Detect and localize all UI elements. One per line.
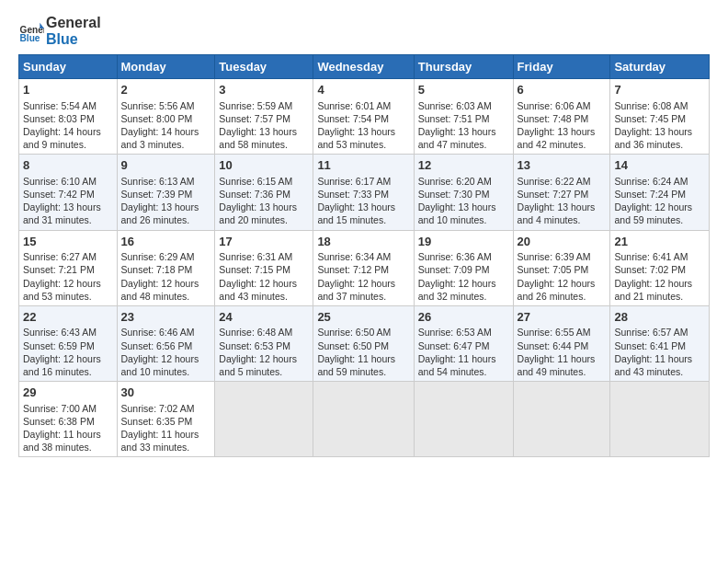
col-header-sunday: Sunday [19,55,118,79]
calendar-cell: 28Sunrise: 6:57 AM Sunset: 6:41 PM Dayli… [610,305,710,381]
calendar-cell: 19Sunrise: 6:36 AM Sunset: 7:09 PM Dayli… [414,230,513,305]
calendar-cell: 10Sunrise: 6:15 AM Sunset: 7:36 PM Dayli… [215,155,313,230]
day-info: Sunrise: 6:10 AM Sunset: 7:42 PM Dayligh… [23,175,113,227]
col-header-tuesday: Tuesday [215,55,313,79]
col-header-friday: Friday [513,55,610,79]
day-number: 12 [418,157,509,174]
day-number: 15 [23,234,113,250]
calendar-body: 1Sunrise: 5:54 AM Sunset: 8:03 PM Daylig… [19,79,710,457]
calendar-cell: 24Sunrise: 6:48 AM Sunset: 6:53 PM Dayli… [215,305,313,381]
day-number: 7 [614,82,705,98]
day-number: 4 [317,82,409,98]
calendar-cell: 9Sunrise: 6:13 AM Sunset: 7:39 PM Daylig… [117,155,215,230]
day-number: 1 [23,82,113,98]
logo-general: General [46,15,101,31]
day-info: Sunrise: 6:01 AM Sunset: 7:54 PM Dayligh… [317,99,409,152]
day-info: Sunrise: 6:39 AM Sunset: 7:05 PM Dayligh… [518,250,607,303]
day-info: Sunrise: 6:48 AM Sunset: 6:53 PM Dayligh… [219,326,309,378]
calendar-cell: 3Sunrise: 5:59 AM Sunset: 7:57 PM Daylig… [215,79,313,155]
calendar-cell: 7Sunrise: 6:08 AM Sunset: 7:45 PM Daylig… [610,79,710,155]
day-info: Sunrise: 6:17 AM Sunset: 7:33 PM Dayligh… [317,175,409,227]
calendar-cell: 30Sunrise: 7:02 AM Sunset: 6:35 PM Dayli… [117,382,215,457]
day-number: 3 [219,82,309,98]
calendar-cell: 4Sunrise: 6:01 AM Sunset: 7:54 PM Daylig… [313,79,414,155]
calendar-cell: 15Sunrise: 6:27 AM Sunset: 7:21 PM Dayli… [19,230,118,305]
day-info: Sunrise: 5:56 AM Sunset: 8:00 PM Dayligh… [121,99,211,152]
calendar-cell: 20Sunrise: 6:39 AM Sunset: 7:05 PM Dayli… [513,230,610,305]
calendar-cell: 22Sunrise: 6:43 AM Sunset: 6:59 PM Dayli… [19,305,118,381]
week-row-1: 1Sunrise: 5:54 AM Sunset: 8:03 PM Daylig… [19,79,710,155]
calendar-cell [610,382,710,457]
calendar-cell: 26Sunrise: 6:53 AM Sunset: 6:47 PM Dayli… [414,305,513,381]
day-number: 14 [614,157,705,174]
week-row-3: 15Sunrise: 6:27 AM Sunset: 7:21 PM Dayli… [19,230,710,305]
day-number: 22 [23,309,113,326]
day-info: Sunrise: 6:03 AM Sunset: 7:51 PM Dayligh… [418,99,509,152]
calendar-cell: 23Sunrise: 6:46 AM Sunset: 6:56 PM Dayli… [117,305,215,381]
logo-blue: Blue [46,31,101,48]
day-number: 8 [23,157,113,174]
day-number: 25 [317,309,409,326]
column-headers: SundayMondayTuesdayWednesdayThursdayFrid… [19,55,710,79]
day-info: Sunrise: 6:24 AM Sunset: 7:24 PM Dayligh… [614,175,705,227]
calendar-cell: 16Sunrise: 6:29 AM Sunset: 7:18 PM Dayli… [117,230,215,305]
day-number: 5 [418,82,509,98]
day-info: Sunrise: 6:22 AM Sunset: 7:27 PM Dayligh… [518,175,607,227]
day-info: Sunrise: 7:02 AM Sunset: 6:35 PM Dayligh… [121,402,211,454]
day-number: 30 [121,385,211,401]
day-number: 16 [121,234,211,250]
day-number: 2 [121,82,211,98]
day-info: Sunrise: 7:00 AM Sunset: 6:38 PM Dayligh… [23,402,113,454]
day-info: Sunrise: 6:36 AM Sunset: 7:09 PM Dayligh… [418,250,509,303]
calendar-cell: 27Sunrise: 6:55 AM Sunset: 6:44 PM Dayli… [513,305,610,381]
week-row-5: 29Sunrise: 7:00 AM Sunset: 6:38 PM Dayli… [19,382,710,457]
calendar-cell [313,382,414,457]
day-info: Sunrise: 6:13 AM Sunset: 7:39 PM Dayligh… [121,175,211,227]
day-info: Sunrise: 6:55 AM Sunset: 6:44 PM Dayligh… [518,326,607,378]
day-info: Sunrise: 6:46 AM Sunset: 6:56 PM Dayligh… [121,326,211,378]
page: General Blue General Blue SundayMondayTu… [0,0,728,563]
day-info: Sunrise: 6:29 AM Sunset: 7:18 PM Dayligh… [121,250,211,303]
day-info: Sunrise: 6:15 AM Sunset: 7:36 PM Dayligh… [219,175,309,227]
day-info: Sunrise: 6:20 AM Sunset: 7:30 PM Dayligh… [418,175,509,227]
day-info: Sunrise: 6:57 AM Sunset: 6:41 PM Dayligh… [614,326,705,378]
day-number: 10 [219,157,309,174]
calendar-cell [414,382,513,457]
calendar-cell: 5Sunrise: 6:03 AM Sunset: 7:51 PM Daylig… [414,79,513,155]
day-number: 26 [418,309,509,326]
day-info: Sunrise: 5:59 AM Sunset: 7:57 PM Dayligh… [219,99,309,152]
day-number: 9 [121,157,211,174]
calendar-cell: 21Sunrise: 6:41 AM Sunset: 7:02 PM Dayli… [610,230,710,305]
col-header-saturday: Saturday [610,55,710,79]
calendar-cell: 2Sunrise: 5:56 AM Sunset: 8:00 PM Daylig… [117,79,215,155]
calendar-cell: 18Sunrise: 6:34 AM Sunset: 7:12 PM Dayli… [313,230,414,305]
day-number: 21 [614,234,705,250]
day-info: Sunrise: 6:41 AM Sunset: 7:02 PM Dayligh… [614,250,705,303]
day-info: Sunrise: 6:06 AM Sunset: 7:48 PM Dayligh… [518,99,607,152]
svg-text:Blue: Blue [20,32,40,42]
day-info: Sunrise: 6:27 AM Sunset: 7:21 PM Dayligh… [23,250,113,303]
calendar-cell: 6Sunrise: 6:06 AM Sunset: 7:48 PM Daylig… [513,79,610,155]
day-info: Sunrise: 6:31 AM Sunset: 7:15 PM Dayligh… [219,250,309,303]
day-number: 6 [518,82,607,98]
day-number: 27 [518,309,607,326]
day-number: 17 [219,234,309,250]
calendar-cell: 12Sunrise: 6:20 AM Sunset: 7:30 PM Dayli… [414,155,513,230]
calendar-cell: 29Sunrise: 7:00 AM Sunset: 6:38 PM Dayli… [19,382,118,457]
week-row-2: 8Sunrise: 6:10 AM Sunset: 7:42 PM Daylig… [19,155,710,230]
day-info: Sunrise: 5:54 AM Sunset: 8:03 PM Dayligh… [23,99,113,152]
day-number: 28 [614,309,705,326]
day-number: 19 [418,234,509,250]
day-info: Sunrise: 6:53 AM Sunset: 6:47 PM Dayligh… [418,326,509,378]
calendar-cell [215,382,313,457]
logo: General Blue General Blue [18,15,101,47]
day-number: 18 [317,234,409,250]
day-info: Sunrise: 6:34 AM Sunset: 7:12 PM Dayligh… [317,250,409,303]
calendar-cell: 11Sunrise: 6:17 AM Sunset: 7:33 PM Dayli… [313,155,414,230]
week-row-4: 22Sunrise: 6:43 AM Sunset: 6:59 PM Dayli… [19,305,710,381]
day-number: 29 [23,385,113,401]
calendar-cell: 14Sunrise: 6:24 AM Sunset: 7:24 PM Dayli… [610,155,710,230]
calendar-table: SundayMondayTuesdayWednesdayThursdayFrid… [18,54,710,457]
calendar-cell: 25Sunrise: 6:50 AM Sunset: 6:50 PM Dayli… [313,305,414,381]
day-number: 11 [317,157,409,174]
